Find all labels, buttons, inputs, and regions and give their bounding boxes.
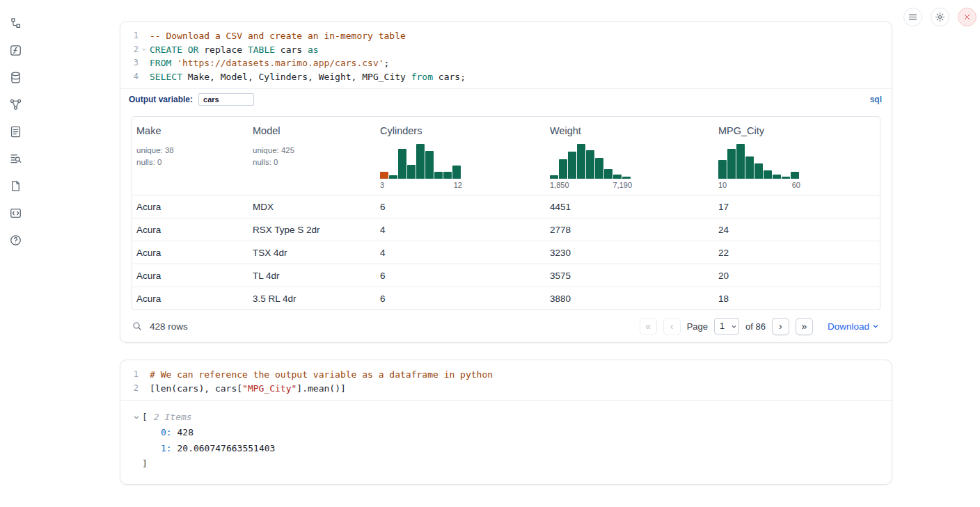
column-stat-nulls: nulls: 0 xyxy=(136,156,248,168)
snippets-icon[interactable] xyxy=(8,205,23,220)
histogram-bar xyxy=(764,170,772,179)
histogram-bar xyxy=(550,175,558,179)
page-label: Page xyxy=(687,321,708,332)
histogram-bar xyxy=(613,175,622,179)
settings-icon[interactable] xyxy=(931,8,949,26)
histogram-bar xyxy=(398,149,406,179)
document-icon[interactable] xyxy=(8,178,23,193)
histogram-bar xyxy=(745,156,754,179)
sql-code-editor[interactable]: 1-- Download a CSV and create an in-memo… xyxy=(120,22,892,89)
histogram-bar xyxy=(577,144,585,179)
gutter-spacer xyxy=(139,382,150,396)
scratchpad-icon[interactable] xyxy=(8,124,23,139)
table-cell: 3880 xyxy=(546,293,714,304)
logs-icon[interactable] xyxy=(8,151,23,166)
table-column: Weight1,8507,190 xyxy=(546,125,714,195)
page-of-label: of 86 xyxy=(745,321,766,332)
histogram-bar xyxy=(754,163,763,179)
line-number: 1 xyxy=(120,368,139,382)
dependency-graph-icon[interactable] xyxy=(8,97,23,112)
column-header[interactable]: MPG_City xyxy=(718,125,880,136)
help-icon[interactable] xyxy=(8,232,23,248)
histogram-bar xyxy=(407,165,416,179)
table-row: AcuraMDX6445117 xyxy=(132,195,880,218)
column-header[interactable]: Weight xyxy=(550,125,714,136)
table-cell: 4 xyxy=(376,225,546,235)
gutter-spacer xyxy=(139,70,150,84)
last-page-button[interactable]: » xyxy=(796,318,813,335)
column-header[interactable]: Make xyxy=(136,125,248,136)
histogram-bar xyxy=(559,159,567,179)
table-cell: 20 xyxy=(714,271,880,281)
histogram-bar xyxy=(736,144,745,179)
functions-icon[interactable] xyxy=(8,42,23,58)
table-row: AcuraTL 4dr6357520 xyxy=(132,264,880,287)
python-output: [ 2 Items 0: 4281: 20.060747663551403 ] xyxy=(120,401,892,484)
line-number: 1 xyxy=(120,29,139,43)
table-cell: 4451 xyxy=(546,202,714,212)
histogram-bar xyxy=(773,175,781,179)
histogram-bar xyxy=(782,177,790,179)
database-icon[interactable] xyxy=(8,70,23,85)
table-cell: 3.5 RL 4dr xyxy=(248,293,376,304)
list-entry: 0: 428 xyxy=(133,425,880,440)
histogram-bar xyxy=(380,172,388,179)
line-number: 3 xyxy=(120,56,139,70)
table-cell: Acura xyxy=(132,225,248,235)
table-cell: TSX 4dr xyxy=(248,248,376,258)
histogram-bar xyxy=(434,172,443,179)
first-page-button[interactable]: « xyxy=(640,318,657,335)
list-close-bracket: ] xyxy=(133,456,880,472)
previous-page-button[interactable]: ‹ xyxy=(663,318,681,335)
column-stat-unique: unique: 425 xyxy=(253,145,376,156)
column-header[interactable]: Model xyxy=(253,125,376,136)
table-cell: RSX Type S 2dr xyxy=(248,225,376,235)
row-count: 428 rows xyxy=(150,321,188,332)
table-cell: MDX xyxy=(248,202,376,212)
file-tree-icon[interactable] xyxy=(8,15,23,31)
table-header: Makeunique: 38nulls: 0Modelunique: 425nu… xyxy=(132,117,880,195)
page-select[interactable]: 1 xyxy=(714,318,739,335)
output-variable-label: Output variable: xyxy=(129,95,193,104)
table-cell: 6 xyxy=(376,202,546,212)
topbar-actions xyxy=(903,8,977,26)
table-cell: TL 4dr xyxy=(248,271,376,281)
column-header[interactable]: Cylinders xyxy=(380,125,546,136)
histogram-bar xyxy=(452,166,461,179)
sql-cell: 1-- Download a CSV and create an in-memo… xyxy=(120,21,892,343)
gutter-spacer xyxy=(139,29,150,43)
code-line: 2[len(cars), cars["MPG_City"].mean()] xyxy=(120,382,892,396)
table-cell: 2778 xyxy=(546,225,714,235)
search-icon[interactable] xyxy=(132,321,143,332)
code-line: 2CREATE OR replace TABLE cars as xyxy=(120,43,892,57)
table-cell: 6 xyxy=(376,293,546,304)
table-cell: 24 xyxy=(714,225,880,235)
histogram-bar xyxy=(604,169,612,179)
table-cell: 17 xyxy=(714,202,880,212)
download-label: Download xyxy=(828,321,869,332)
gutter-spacer xyxy=(139,368,150,382)
gutter-spacer xyxy=(139,56,150,70)
histogram-axis: 1060 xyxy=(718,181,800,195)
notebook: 1-- Download a CSV and create an in-memo… xyxy=(120,21,892,485)
menu-icon[interactable] xyxy=(903,8,922,26)
table-row: AcuraRSX Type S 2dr4277824 xyxy=(132,218,880,241)
table-column: Makeunique: 38nulls: 0 xyxy=(132,125,248,195)
table-footer: 428 rows « ‹ Page 1 of 86 › » xyxy=(132,310,880,342)
close-icon[interactable] xyxy=(958,8,977,26)
output-variable-row: Output variable: sql xyxy=(120,89,892,112)
histogram-bar xyxy=(791,172,799,179)
histogram-axis: 312 xyxy=(380,181,462,195)
table-body: AcuraMDX6445117AcuraRSX Type S 2dr427782… xyxy=(132,195,880,309)
collapse-chevron-icon[interactable] xyxy=(133,414,142,421)
python-code-editor[interactable]: 1# We can reference the output variable … xyxy=(120,360,892,401)
sidebar-panel-rail xyxy=(0,0,31,248)
histogram-bar xyxy=(416,144,425,179)
histogram-bar xyxy=(389,175,397,179)
output-variable-input[interactable] xyxy=(198,93,254,106)
next-page-button[interactable]: › xyxy=(772,318,789,335)
fold-chevron-icon[interactable] xyxy=(139,43,150,57)
download-button[interactable]: Download xyxy=(828,321,879,332)
table-cell: Acura xyxy=(132,271,248,281)
table-column: Modelunique: 425nulls: 0 xyxy=(248,125,376,195)
